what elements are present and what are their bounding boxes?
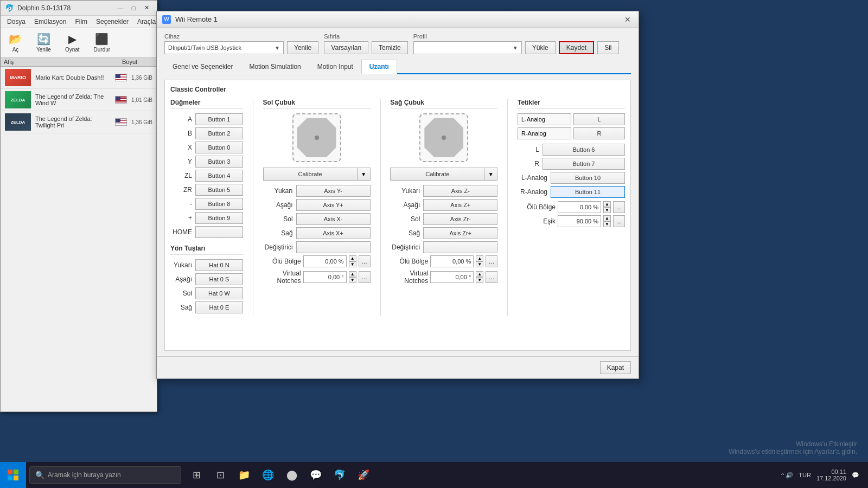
maximize-button[interactable]: □ bbox=[127, 3, 139, 13]
btn-row-zr: ZR Button 5 bbox=[170, 184, 243, 196]
dpad-input-up[interactable]: Hat 0 N bbox=[195, 259, 243, 271]
watermark-line1: Windows'u Etkinleştir bbox=[729, 440, 857, 448]
trigger-dead-zone-ellipsis[interactable]: … bbox=[613, 201, 625, 213]
kapat-button[interactable]: Kapat bbox=[600, 361, 631, 374]
varsayilan-button[interactable]: Varsayılan bbox=[324, 41, 368, 54]
left-vn-down[interactable]: ▼ bbox=[349, 277, 356, 283]
trigger-threshold-ellipsis[interactable]: … bbox=[613, 215, 625, 227]
calibrate-left-button[interactable]: Calibrate bbox=[263, 168, 358, 181]
trigger-dead-zone-input[interactable] bbox=[558, 201, 601, 213]
btn-input-b[interactable]: Button 2 bbox=[195, 127, 243, 139]
calibrate-left-arrow[interactable]: ▼ bbox=[358, 168, 371, 181]
list-item[interactable]: ZELDA The Legend of Zelda: Twilight Pri … bbox=[1, 111, 157, 133]
trigger-ranalog-input[interactable]: Button 11 bbox=[551, 186, 625, 198]
yukle-button[interactable]: Yükle bbox=[525, 41, 556, 54]
taskbar-search-box[interactable]: 🔍 Aramak için buraya yazın bbox=[29, 466, 181, 484]
left-virtual-notches-input[interactable] bbox=[303, 271, 347, 283]
trigger-lanalog-input[interactable]: Button 10 bbox=[551, 172, 625, 184]
calibrate-right-button[interactable]: Calibrate bbox=[390, 168, 484, 181]
trigger-r-input[interactable]: Button 7 bbox=[542, 158, 625, 170]
left-axis-down-input[interactable]: Axis Y+ bbox=[296, 199, 371, 211]
right-virtual-notches-input[interactable] bbox=[430, 271, 474, 283]
btn-input-zl[interactable]: Button 4 bbox=[195, 170, 243, 182]
right-dead-zone-up[interactable]: ▲ bbox=[476, 255, 483, 261]
left-vn-up[interactable]: ▲ bbox=[349, 271, 356, 277]
toolbar-yenile[interactable]: 🔄 Yenile bbox=[31, 30, 56, 55]
toolbar-ac[interactable]: 📂 Aç bbox=[4, 30, 27, 55]
trigger-dz-down[interactable]: ▼ bbox=[603, 207, 611, 213]
dolphin-taskbar-icon[interactable]: 🐬 bbox=[331, 466, 348, 484]
start-button[interactable] bbox=[0, 462, 26, 488]
btn-input-zr[interactable]: Button 5 bbox=[195, 184, 243, 196]
notification-icon[interactable]: 💬 bbox=[852, 472, 859, 479]
dpad-input-down[interactable]: Hat 0 S bbox=[195, 273, 243, 285]
right-axis-left-input[interactable]: Axis Zr- bbox=[423, 213, 497, 225]
left-axis-up-input[interactable]: Axis Y- bbox=[296, 185, 371, 197]
extra-icon[interactable]: 🚀 bbox=[355, 466, 372, 484]
toolbar-durdur[interactable]: ⬛ Durdur bbox=[89, 30, 116, 55]
right-vn-up[interactable]: ▲ bbox=[476, 271, 483, 277]
tab-uzanti[interactable]: Uzantı bbox=[361, 60, 397, 74]
tab-motion-simulation[interactable]: Motion Simulation bbox=[241, 60, 309, 74]
trigger-dz-up[interactable]: ▲ bbox=[603, 201, 611, 207]
right-virtual-notches-ellipsis[interactable]: … bbox=[486, 271, 497, 283]
toolbar-oynat[interactable]: ▶ Oynat bbox=[60, 30, 85, 55]
trigger-th-up[interactable]: ▲ bbox=[603, 215, 611, 221]
left-modifier-input[interactable] bbox=[296, 241, 371, 253]
btn-input-plus[interactable]: Button 9 bbox=[195, 212, 243, 224]
files-icon[interactable]: 📁 bbox=[235, 466, 253, 484]
right-axis-down-input[interactable]: Axis Z+ bbox=[423, 199, 497, 211]
dropdown-arrow-icon: ▼ bbox=[275, 45, 280, 51]
profile-dropdown[interactable]: ▼ bbox=[413, 41, 522, 54]
right-vn-down[interactable]: ▼ bbox=[476, 277, 483, 283]
right-dead-zone-down[interactable]: ▼ bbox=[476, 261, 483, 267]
close-button[interactable]: ✕ bbox=[141, 3, 152, 13]
menu-film[interactable]: Film bbox=[71, 17, 92, 27]
trigger-l-input[interactable]: Button 6 bbox=[542, 144, 625, 156]
chrome-icon[interactable]: ⬤ bbox=[283, 466, 301, 484]
list-item[interactable]: MARIO Mario Kart: Double Dash!! 1,36 GiB bbox=[1, 67, 157, 89]
widgets-icon[interactable]: ⊡ bbox=[212, 466, 229, 484]
right-axis-right-input[interactable]: Axis Zr+ bbox=[423, 227, 497, 239]
left-virtual-notches-ellipsis[interactable]: … bbox=[359, 271, 371, 283]
btn-input-home[interactable] bbox=[195, 226, 243, 238]
left-axis-right-input[interactable]: Axis X+ bbox=[296, 227, 371, 239]
trigger-th-down[interactable]: ▼ bbox=[603, 221, 611, 227]
btn-input-x[interactable]: Button 0 bbox=[195, 142, 243, 153]
left-axis-left-input[interactable]: Axis X- bbox=[296, 213, 371, 225]
sil-button[interactable]: Sil bbox=[597, 41, 618, 54]
btn-input-minus[interactable]: Button 8 bbox=[195, 198, 243, 210]
right-dead-zone-input[interactable] bbox=[430, 255, 474, 267]
device-dropdown[interactable]: DInput/1/Twin USB Joystick ▼ bbox=[164, 41, 284, 54]
left-dead-zone-input[interactable] bbox=[303, 255, 347, 267]
discord-icon[interactable]: 💬 bbox=[307, 466, 324, 484]
watermark-line2: Windows'u etkinleştirmek için Ayarlar'a … bbox=[729, 448, 857, 455]
browser-icon[interactable]: 🌐 bbox=[259, 466, 277, 484]
left-dead-zone-ellipsis[interactable]: … bbox=[359, 255, 371, 267]
dialog-close-button[interactable]: ✕ bbox=[622, 14, 633, 25]
dpad-input-right[interactable]: Hat 0 E bbox=[195, 301, 243, 313]
tab-motion-input[interactable]: Motion Input bbox=[309, 60, 361, 74]
taskview-icon[interactable]: ⊞ bbox=[188, 466, 205, 484]
right-axis-up-input[interactable]: Axis Z- bbox=[423, 185, 497, 197]
l-analog-button[interactable]: L bbox=[573, 113, 625, 125]
r-analog-button[interactable]: R bbox=[573, 127, 625, 139]
list-item[interactable]: ZELDA The Legend of Zelda: The Wind W 1,… bbox=[1, 89, 157, 111]
right-dead-zone-ellipsis[interactable]: … bbox=[486, 255, 497, 267]
btn-input-a[interactable]: Button 1 bbox=[195, 113, 243, 125]
yenile-button[interactable]: Yenile bbox=[287, 41, 318, 54]
tab-genel[interactable]: Genel ve Seçenekler bbox=[164, 60, 241, 74]
kaydet-button[interactable]: Kaydet bbox=[559, 41, 594, 54]
trigger-threshold-input[interactable] bbox=[558, 215, 601, 227]
menu-dosya[interactable]: Dosya bbox=[3, 17, 30, 27]
right-modifier-input[interactable] bbox=[423, 241, 497, 253]
temizle-button[interactable]: Temizle bbox=[372, 41, 408, 54]
left-dead-zone-down[interactable]: ▼ bbox=[349, 261, 356, 267]
btn-input-y[interactable]: Button 3 bbox=[195, 156, 243, 168]
minimize-button[interactable]: — bbox=[114, 3, 126, 13]
dpad-input-left[interactable]: Hat 0 W bbox=[195, 287, 243, 299]
menu-secenekler[interactable]: Seçenekler bbox=[92, 17, 133, 27]
left-dead-zone-up[interactable]: ▲ bbox=[349, 255, 356, 261]
menu-emulasyon[interactable]: Emülasyon bbox=[30, 17, 71, 27]
calibrate-right-arrow[interactable]: ▼ bbox=[484, 168, 497, 181]
